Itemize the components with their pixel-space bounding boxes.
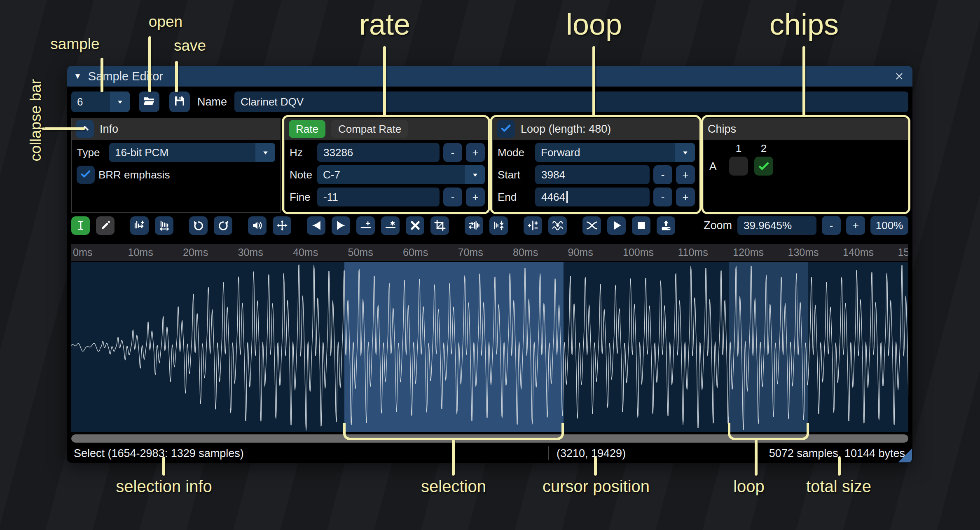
waveform-display[interactable] xyxy=(71,262,908,432)
wave-stretch-icon xyxy=(158,219,171,232)
annotation-line xyxy=(162,457,165,476)
window-collapse-icon[interactable]: ▼ xyxy=(74,72,82,81)
sample-toolbar: Zoom 39.9645% - + 100% xyxy=(71,215,908,236)
zoom-in-button[interactable]: + xyxy=(846,216,865,235)
annotation-loop: loop xyxy=(566,7,622,41)
line-plus-icon xyxy=(360,219,372,232)
crossfade-loop-button[interactable] xyxy=(582,216,601,235)
filter-button[interactable] xyxy=(548,216,567,235)
name-label: Name xyxy=(197,91,227,112)
close-icon[interactable] xyxy=(892,69,907,84)
resize-button[interactable] xyxy=(130,216,149,235)
ruler-tick-label: 70ms xyxy=(458,246,483,258)
sample-row: 6 Name Clarinet DQV xyxy=(71,91,908,113)
annotation-chips: chips xyxy=(769,7,839,41)
sign-invert-button[interactable] xyxy=(524,216,542,235)
open-sample-button[interactable] xyxy=(139,91,159,112)
reverse-button[interactable] xyxy=(465,216,483,235)
resample-button[interactable] xyxy=(155,216,173,235)
annotation-line xyxy=(42,127,85,130)
ruler-tick-label: 20ms xyxy=(183,246,208,258)
edit-mode-draw-button[interactable] xyxy=(96,216,115,235)
annotation-total-size: total size xyxy=(806,477,871,496)
crossfade-icon xyxy=(586,219,598,232)
trim-button[interactable] xyxy=(430,216,449,235)
zoom-reset-button[interactable]: 100% xyxy=(870,216,908,235)
wave-invert-icon xyxy=(493,219,505,232)
stop-preview-button[interactable] xyxy=(632,216,650,235)
ruler-tick-label: 90ms xyxy=(568,246,593,258)
redo-button[interactable] xyxy=(214,216,232,235)
filter-wave-icon xyxy=(552,219,564,232)
redo-icon xyxy=(217,219,229,232)
delete-button[interactable] xyxy=(406,216,424,235)
undo-icon xyxy=(192,219,205,232)
annotation-open: open xyxy=(149,13,182,30)
play-icon xyxy=(610,219,623,232)
wave-reverse-icon xyxy=(468,219,480,232)
chevron-down-icon[interactable] xyxy=(255,143,275,162)
total-size-text: 5072 samples, 10144 bytes xyxy=(769,444,905,462)
selection-info-text: Select (1654-2983: 1329 samples) xyxy=(74,444,244,462)
annotation-bracket-selection xyxy=(343,423,564,440)
chevron-down-icon[interactable] xyxy=(110,91,130,112)
window-titlebar[interactable]: ▼ Sample Editor xyxy=(67,66,912,87)
ruler-tick-label: 110ms xyxy=(678,246,708,258)
sample-select[interactable]: 6 xyxy=(71,91,130,112)
annotation-line xyxy=(838,457,841,476)
ruler-tick-label: 0ms xyxy=(73,246,92,258)
annotation-box-rate xyxy=(282,115,490,214)
fade-in-button[interactable] xyxy=(307,216,325,235)
crop-icon xyxy=(434,219,446,232)
annotation-bracket-loop xyxy=(728,423,809,440)
apply-silence-button[interactable] xyxy=(381,216,400,235)
annotation-rate: rate xyxy=(359,7,410,41)
ruler-tick-label: 60ms xyxy=(403,246,428,258)
brr-emphasis-label: BRR emphasis xyxy=(98,169,170,181)
make-instrument-button[interactable] xyxy=(657,216,675,235)
annotation-collapse-bar: collapse bar xyxy=(27,79,44,162)
wave-plus-icon xyxy=(133,219,146,232)
save-sample-button[interactable] xyxy=(169,91,190,112)
speaker-icon xyxy=(251,219,264,232)
brr-emphasis-checkbox[interactable] xyxy=(77,166,95,184)
annotation-line xyxy=(383,46,386,117)
sample-type-select[interactable]: 16-bit PCM xyxy=(109,143,275,162)
annotation-selection-info: selection info xyxy=(116,477,212,496)
info-panel: Info Type 16-bit PCM BRR emphasis xyxy=(71,118,281,213)
line-star-icon xyxy=(384,219,397,232)
annotation-line xyxy=(594,457,597,476)
undo-button[interactable] xyxy=(189,216,208,235)
ruler-tick-label: 30ms xyxy=(238,246,263,258)
annotation-line xyxy=(755,439,758,476)
zoom-out-button[interactable]: - xyxy=(822,216,841,235)
folder-open-icon xyxy=(143,95,155,109)
fade-out-button[interactable] xyxy=(332,216,350,235)
resize-grip[interactable] xyxy=(898,448,912,462)
status-divider xyxy=(548,446,549,460)
insert-silence-button[interactable] xyxy=(356,216,375,235)
sample-name-input[interactable]: Clarinet DQV xyxy=(234,91,908,112)
annotation-sample: sample xyxy=(50,35,99,53)
zoom-input[interactable]: 39.9645% xyxy=(737,216,816,235)
timeline-ruler: 0ms10ms20ms30ms40ms50ms60ms70ms80ms90ms1… xyxy=(71,244,908,262)
ibeam-icon xyxy=(75,219,87,232)
annotation-line xyxy=(592,46,595,117)
ruler-tick-label: 100ms xyxy=(623,246,654,258)
amplify-button[interactable] xyxy=(248,216,267,235)
info-panel-title: Info xyxy=(100,123,118,136)
info-panel-header: Info xyxy=(72,118,280,140)
annotation-selection: selection xyxy=(421,477,486,496)
normalize-button[interactable] xyxy=(273,216,291,235)
floppy-disk-icon xyxy=(173,95,186,109)
ruler-tick-label: 50ms xyxy=(348,246,373,258)
annotation-loop-bottom: loop xyxy=(733,477,765,496)
preview-button[interactable] xyxy=(607,216,626,235)
upload-icon xyxy=(660,219,672,232)
edit-mode-select-button[interactable] xyxy=(71,216,90,235)
ruler-tick-label: 10ms xyxy=(128,246,153,258)
window-title: Sample Editor xyxy=(88,70,163,83)
invert-button[interactable] xyxy=(489,216,508,235)
zoom-label: Zoom xyxy=(704,219,732,232)
cross-arrows-icon xyxy=(276,219,288,232)
